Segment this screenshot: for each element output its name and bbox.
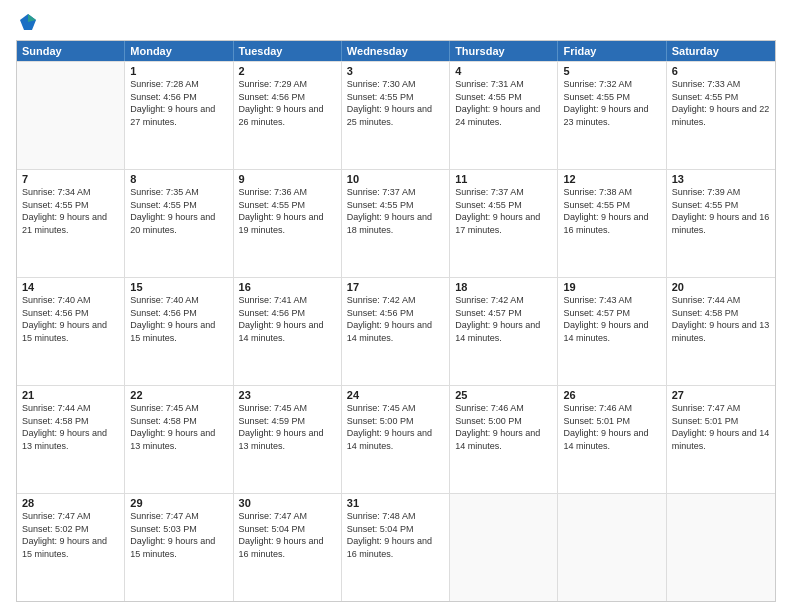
weekday-header-thursday: Thursday [450,41,558,61]
cal-cell-9: 9Sunrise: 7:36 AM Sunset: 4:55 PM Daylig… [234,170,342,277]
weekday-header-wednesday: Wednesday [342,41,450,61]
cal-cell-empty-6 [667,494,775,601]
cal-cell-empty-0 [17,62,125,169]
day-number: 10 [347,173,444,185]
day-number: 4 [455,65,552,77]
cal-cell-23: 23Sunrise: 7:45 AM Sunset: 4:59 PM Dayli… [234,386,342,493]
day-number: 21 [22,389,119,401]
page: SundayMondayTuesdayWednesdayThursdayFrid… [0,0,792,612]
day-info: Sunrise: 7:33 AM Sunset: 4:55 PM Dayligh… [672,78,770,128]
day-info: Sunrise: 7:47 AM Sunset: 5:03 PM Dayligh… [130,510,227,560]
day-number: 13 [672,173,770,185]
week-row-1: 1Sunrise: 7:28 AM Sunset: 4:56 PM Daylig… [17,61,775,169]
cal-cell-19: 19Sunrise: 7:43 AM Sunset: 4:57 PM Dayli… [558,278,666,385]
day-number: 23 [239,389,336,401]
weekday-header-friday: Friday [558,41,666,61]
cal-cell-21: 21Sunrise: 7:44 AM Sunset: 4:58 PM Dayli… [17,386,125,493]
day-info: Sunrise: 7:42 AM Sunset: 4:56 PM Dayligh… [347,294,444,344]
cal-cell-22: 22Sunrise: 7:45 AM Sunset: 4:58 PM Dayli… [125,386,233,493]
day-info: Sunrise: 7:48 AM Sunset: 5:04 PM Dayligh… [347,510,444,560]
week-row-4: 21Sunrise: 7:44 AM Sunset: 4:58 PM Dayli… [17,385,775,493]
day-number: 17 [347,281,444,293]
day-info: Sunrise: 7:40 AM Sunset: 4:56 PM Dayligh… [130,294,227,344]
cal-cell-28: 28Sunrise: 7:47 AM Sunset: 5:02 PM Dayli… [17,494,125,601]
calendar-body: 1Sunrise: 7:28 AM Sunset: 4:56 PM Daylig… [17,61,775,601]
day-number: 24 [347,389,444,401]
cal-cell-25: 25Sunrise: 7:46 AM Sunset: 5:00 PM Dayli… [450,386,558,493]
week-row-2: 7Sunrise: 7:34 AM Sunset: 4:55 PM Daylig… [17,169,775,277]
day-info: Sunrise: 7:45 AM Sunset: 4:58 PM Dayligh… [130,402,227,452]
cal-cell-empty-4 [450,494,558,601]
calendar-header: SundayMondayTuesdayWednesdayThursdayFrid… [17,41,775,61]
day-number: 18 [455,281,552,293]
day-info: Sunrise: 7:47 AM Sunset: 5:04 PM Dayligh… [239,510,336,560]
weekday-header-sunday: Sunday [17,41,125,61]
day-number: 30 [239,497,336,509]
day-number: 14 [22,281,119,293]
cal-cell-14: 14Sunrise: 7:40 AM Sunset: 4:56 PM Dayli… [17,278,125,385]
cal-cell-29: 29Sunrise: 7:47 AM Sunset: 5:03 PM Dayli… [125,494,233,601]
day-number: 16 [239,281,336,293]
cal-cell-20: 20Sunrise: 7:44 AM Sunset: 4:58 PM Dayli… [667,278,775,385]
cal-cell-7: 7Sunrise: 7:34 AM Sunset: 4:55 PM Daylig… [17,170,125,277]
cal-cell-15: 15Sunrise: 7:40 AM Sunset: 4:56 PM Dayli… [125,278,233,385]
cal-cell-4: 4Sunrise: 7:31 AM Sunset: 4:55 PM Daylig… [450,62,558,169]
cal-cell-18: 18Sunrise: 7:42 AM Sunset: 4:57 PM Dayli… [450,278,558,385]
calendar: SundayMondayTuesdayWednesdayThursdayFrid… [16,40,776,602]
day-info: Sunrise: 7:35 AM Sunset: 4:55 PM Dayligh… [130,186,227,236]
day-number: 5 [563,65,660,77]
day-number: 29 [130,497,227,509]
day-info: Sunrise: 7:41 AM Sunset: 4:56 PM Dayligh… [239,294,336,344]
day-info: Sunrise: 7:29 AM Sunset: 4:56 PM Dayligh… [239,78,336,128]
day-number: 22 [130,389,227,401]
cal-cell-1: 1Sunrise: 7:28 AM Sunset: 4:56 PM Daylig… [125,62,233,169]
cal-cell-6: 6Sunrise: 7:33 AM Sunset: 4:55 PM Daylig… [667,62,775,169]
cal-cell-8: 8Sunrise: 7:35 AM Sunset: 4:55 PM Daylig… [125,170,233,277]
day-number: 1 [130,65,227,77]
logo [16,12,38,32]
cal-cell-24: 24Sunrise: 7:45 AM Sunset: 5:00 PM Dayli… [342,386,450,493]
day-info: Sunrise: 7:37 AM Sunset: 4:55 PM Dayligh… [455,186,552,236]
day-info: Sunrise: 7:45 AM Sunset: 5:00 PM Dayligh… [347,402,444,452]
day-info: Sunrise: 7:42 AM Sunset: 4:57 PM Dayligh… [455,294,552,344]
day-info: Sunrise: 7:45 AM Sunset: 4:59 PM Dayligh… [239,402,336,452]
day-number: 12 [563,173,660,185]
day-number: 25 [455,389,552,401]
day-number: 15 [130,281,227,293]
day-number: 31 [347,497,444,509]
day-number: 7 [22,173,119,185]
day-info: Sunrise: 7:40 AM Sunset: 4:56 PM Dayligh… [22,294,119,344]
weekday-header-saturday: Saturday [667,41,775,61]
day-info: Sunrise: 7:31 AM Sunset: 4:55 PM Dayligh… [455,78,552,128]
day-info: Sunrise: 7:44 AM Sunset: 4:58 PM Dayligh… [672,294,770,344]
week-row-3: 14Sunrise: 7:40 AM Sunset: 4:56 PM Dayli… [17,277,775,385]
cal-cell-11: 11Sunrise: 7:37 AM Sunset: 4:55 PM Dayli… [450,170,558,277]
cal-cell-2: 2Sunrise: 7:29 AM Sunset: 4:56 PM Daylig… [234,62,342,169]
logo-flag-icon [18,12,38,32]
day-info: Sunrise: 7:47 AM Sunset: 5:01 PM Dayligh… [672,402,770,452]
day-number: 28 [22,497,119,509]
cal-cell-16: 16Sunrise: 7:41 AM Sunset: 4:56 PM Dayli… [234,278,342,385]
cal-cell-3: 3Sunrise: 7:30 AM Sunset: 4:55 PM Daylig… [342,62,450,169]
cal-cell-27: 27Sunrise: 7:47 AM Sunset: 5:01 PM Dayli… [667,386,775,493]
day-info: Sunrise: 7:38 AM Sunset: 4:55 PM Dayligh… [563,186,660,236]
day-info: Sunrise: 7:32 AM Sunset: 4:55 PM Dayligh… [563,78,660,128]
cal-cell-26: 26Sunrise: 7:46 AM Sunset: 5:01 PM Dayli… [558,386,666,493]
day-info: Sunrise: 7:47 AM Sunset: 5:02 PM Dayligh… [22,510,119,560]
cal-cell-31: 31Sunrise: 7:48 AM Sunset: 5:04 PM Dayli… [342,494,450,601]
cal-cell-empty-5 [558,494,666,601]
day-number: 6 [672,65,770,77]
day-number: 27 [672,389,770,401]
day-info: Sunrise: 7:36 AM Sunset: 4:55 PM Dayligh… [239,186,336,236]
weekday-header-monday: Monday [125,41,233,61]
cal-cell-10: 10Sunrise: 7:37 AM Sunset: 4:55 PM Dayli… [342,170,450,277]
day-info: Sunrise: 7:34 AM Sunset: 4:55 PM Dayligh… [22,186,119,236]
cal-cell-12: 12Sunrise: 7:38 AM Sunset: 4:55 PM Dayli… [558,170,666,277]
day-number: 19 [563,281,660,293]
weekday-header-tuesday: Tuesday [234,41,342,61]
day-number: 2 [239,65,336,77]
day-info: Sunrise: 7:46 AM Sunset: 5:00 PM Dayligh… [455,402,552,452]
day-number: 3 [347,65,444,77]
header [16,12,776,32]
day-number: 20 [672,281,770,293]
